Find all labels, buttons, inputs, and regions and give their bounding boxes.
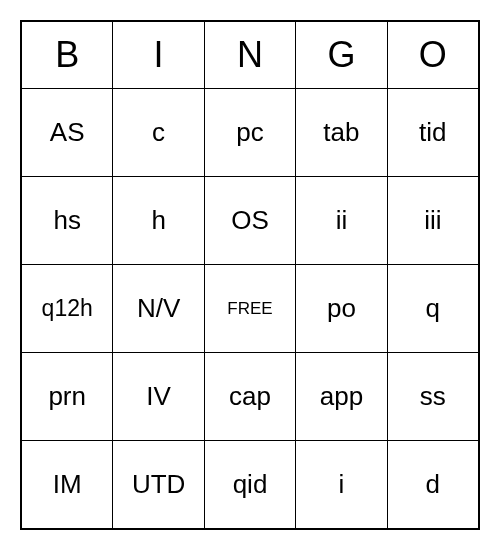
bingo-cell[interactable]: po bbox=[296, 265, 387, 352]
bingo-cell[interactable]: q bbox=[388, 265, 478, 352]
bingo-cell[interactable]: IM bbox=[22, 441, 113, 528]
bingo-cell[interactable]: c bbox=[113, 89, 204, 176]
bingo-row: IM UTD qid i d bbox=[22, 440, 478, 528]
bingo-header-o: O bbox=[388, 22, 478, 88]
bingo-cell[interactable]: ss bbox=[388, 353, 478, 440]
bingo-body: AS c pc tab tid hs h OS ii iii q12h N/V … bbox=[22, 88, 478, 528]
bingo-cell[interactable]: h bbox=[113, 177, 204, 264]
bingo-cell[interactable]: tab bbox=[296, 89, 387, 176]
bingo-cell[interactable]: OS bbox=[205, 177, 296, 264]
bingo-card: B I N G O AS c pc tab tid hs h OS ii iii… bbox=[20, 20, 480, 530]
bingo-cell[interactable]: d bbox=[388, 441, 478, 528]
bingo-cell[interactable]: IV bbox=[113, 353, 204, 440]
bingo-cell[interactable]: N/V bbox=[113, 265, 204, 352]
bingo-cell[interactable]: prn bbox=[22, 353, 113, 440]
bingo-cell[interactable]: i bbox=[296, 441, 387, 528]
bingo-row: q12h N/V FREE po q bbox=[22, 264, 478, 352]
bingo-header-row: B I N G O bbox=[22, 22, 478, 88]
bingo-cell[interactable]: pc bbox=[205, 89, 296, 176]
bingo-cell[interactable]: tid bbox=[388, 89, 478, 176]
bingo-cell[interactable]: app bbox=[296, 353, 387, 440]
bingo-header-i: I bbox=[113, 22, 204, 88]
bingo-free-cell[interactable]: FREE bbox=[205, 265, 296, 352]
bingo-header-g: G bbox=[296, 22, 387, 88]
bingo-row: hs h OS ii iii bbox=[22, 176, 478, 264]
bingo-cell[interactable]: iii bbox=[388, 177, 478, 264]
bingo-row: prn IV cap app ss bbox=[22, 352, 478, 440]
bingo-cell[interactable]: ii bbox=[296, 177, 387, 264]
bingo-header-n: N bbox=[205, 22, 296, 88]
bingo-cell[interactable]: UTD bbox=[113, 441, 204, 528]
bingo-cell[interactable]: hs bbox=[22, 177, 113, 264]
bingo-cell[interactable]: qid bbox=[205, 441, 296, 528]
bingo-cell[interactable]: cap bbox=[205, 353, 296, 440]
bingo-cell[interactable]: q12h bbox=[22, 265, 113, 352]
bingo-row: AS c pc tab tid bbox=[22, 88, 478, 176]
bingo-header-b: B bbox=[22, 22, 113, 88]
bingo-cell[interactable]: AS bbox=[22, 89, 113, 176]
